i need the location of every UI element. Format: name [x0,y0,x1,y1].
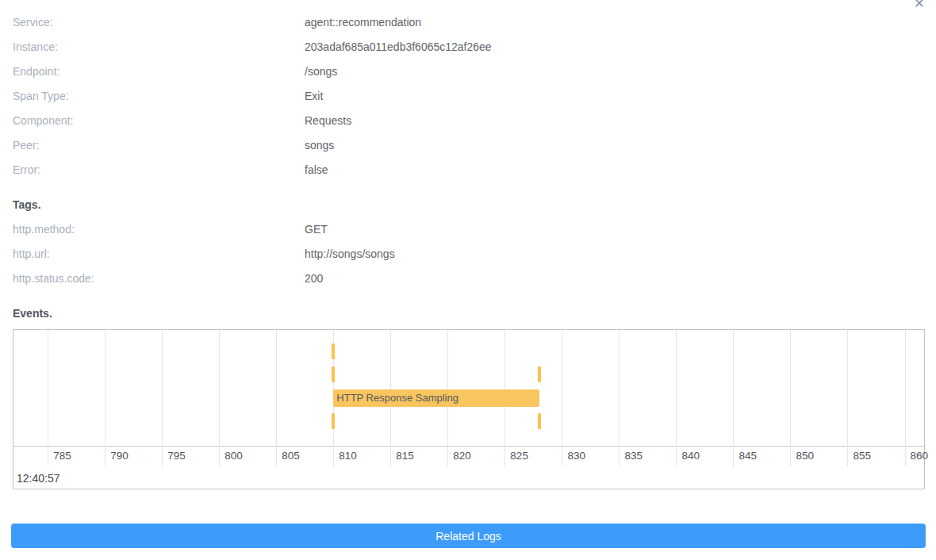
event-span-bar[interactable]: HTTP Response Sampling [333,389,539,407]
axis-tick-label: 790 [110,450,129,462]
event-tick-mark [332,366,335,382]
field-row: Component: Requests [0,108,936,132]
field-label-service: Service: [0,16,305,29]
axis-tick-label: 835 [624,450,643,462]
field-value-peer: songs [305,139,334,152]
field-row: Service: agent::recommendation [0,10,936,34]
tag-row: http.url: http://songs/songs [0,241,936,266]
field-value-endpoint: /songs [305,65,337,78]
axis-tick-label: 815 [396,450,414,462]
tag-label-http-method: http.method: [0,223,305,236]
axis-tick-label: 800 [224,450,243,462]
axis-tick-label: 820 [453,450,471,462]
chart-gridline [162,330,163,466]
tag-value-http-status-code: 200 [305,272,323,285]
event-tick-mark [332,343,335,359]
chart-gridline [733,330,734,466]
field-row: Endpoint: /songs [0,59,936,83]
axis-tick-label: 845 [738,450,757,462]
tag-value-http-method: GET [305,223,328,236]
tag-row: http.status.code: 200 [0,266,936,290]
field-label-error: Error: [0,163,305,176]
field-value-span-type: Exit [305,90,323,102]
chart-gridline [905,330,906,466]
event-span-label: HTTP Response Sampling [336,392,458,404]
close-icon[interactable]: ✕ [914,0,925,10]
axis-tick-label: 795 [167,450,186,462]
field-value-component: Requests [305,114,351,127]
events-timeline-chart: 12:40:57 7857907958008058108158208258308… [13,329,925,489]
related-logs-button[interactable]: Related Logs [11,524,926,548]
chart-gridline [562,330,562,466]
axis-tick-label: 850 [796,450,814,462]
field-value-service: agent::recommendation [305,16,421,29]
event-tick-mark [538,366,541,382]
axis-tick-label: 785 [53,450,71,462]
chart-x-axis-line [13,446,924,447]
chart-gridline [619,330,620,466]
field-label-endpoint: Endpoint: [0,65,305,78]
event-tick-mark [538,413,541,429]
tag-value-http-url: http://songs/songs [305,247,395,260]
field-label-component: Component: [0,114,305,127]
field-label-peer: Peer: [0,139,305,152]
axis-tick-label: 825 [510,450,528,462]
field-row: Peer: songs [0,132,936,157]
field-label-span-type: Span Type: [0,90,305,102]
axis-tick-label: 840 [681,450,700,462]
field-row: Error: false [0,157,936,182]
chart-time-label: 12:40:57 [17,472,60,485]
field-row: Instance: 203adaf685a011edb3f6065c12af26… [0,34,936,59]
axis-tick-label: 855 [853,450,871,462]
axis-tick-label: 860 [911,450,929,462]
tag-row: http.method: GET [0,217,936,241]
axis-tick-label: 810 [339,450,357,462]
chart-gridline [676,330,677,466]
field-label-instance: Instance: [0,40,305,53]
field-value-instance: 203adaf685a011edb3f6065c12af26ee [305,40,492,53]
chart-gridline [847,330,848,466]
tag-label-http-url: http.url: [0,247,305,260]
chart-gridline [105,330,105,466]
axis-tick-label: 830 [567,450,585,462]
events-section-header: Events. [0,301,936,325]
chart-gridline [790,330,791,466]
chart-gridline [48,330,48,466]
chart-gridline [219,330,220,466]
tags-section-header: Tags. [0,192,936,217]
field-row: Span Type: Exit [0,83,936,108]
chart-gridline [276,330,277,466]
axis-tick-label: 805 [282,450,300,462]
field-value-error: false [305,163,328,176]
span-detail-panel: Service: agent::recommendation Instance:… [0,0,936,548]
tag-label-http-status-code: http.status.code: [0,272,305,285]
event-tick-mark [332,413,335,429]
